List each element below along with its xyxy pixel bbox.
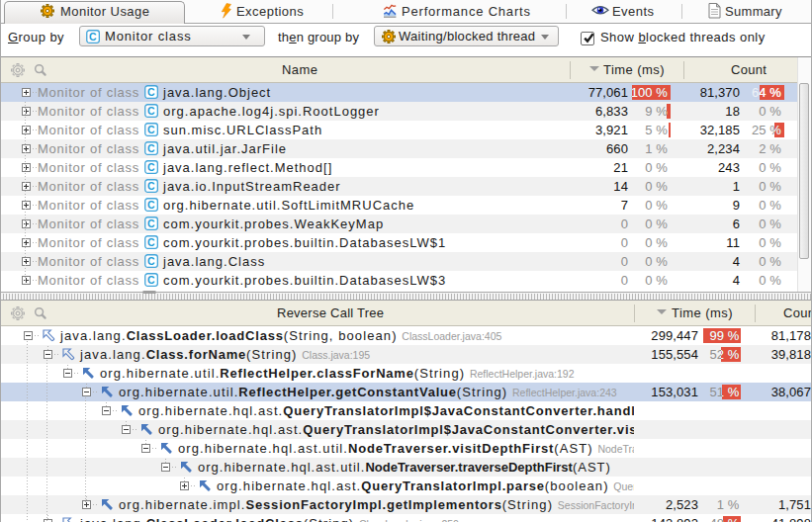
svg-text:C: C — [147, 86, 155, 98]
svg-text:C: C — [89, 31, 97, 43]
svg-text:C: C — [147, 236, 155, 248]
svg-text:C: C — [147, 180, 155, 192]
svg-text:C: C — [147, 274, 155, 286]
svg-text:C: C — [147, 161, 155, 173]
svg-text:C: C — [147, 218, 155, 229]
svg-text:C: C — [147, 142, 155, 154]
svg-text:C: C — [147, 105, 155, 117]
svg-text:C: C — [147, 124, 155, 135]
svg-text:C: C — [147, 199, 155, 211]
svg-text:C: C — [147, 255, 155, 267]
